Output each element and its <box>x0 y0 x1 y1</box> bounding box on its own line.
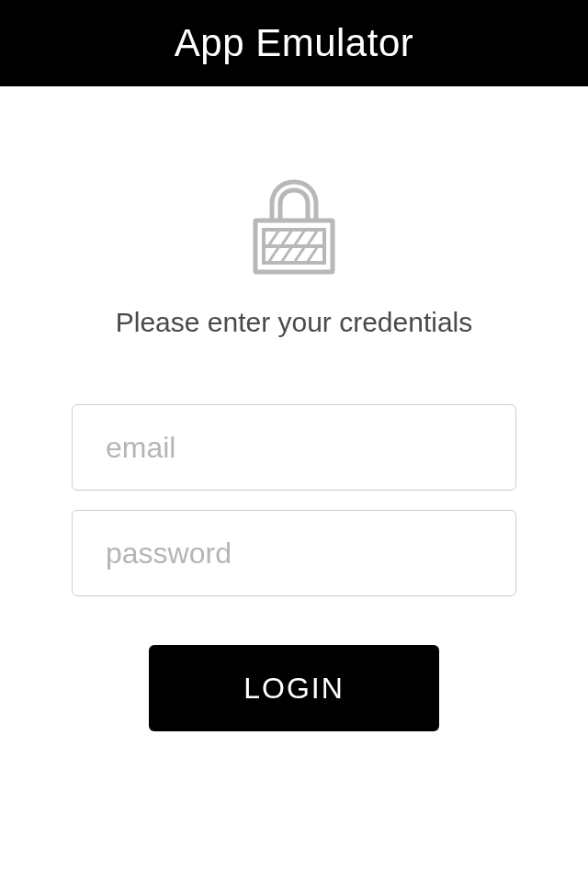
login-content: Please enter your credentials LOGIN <box>0 86 588 731</box>
email-field[interactable] <box>72 404 516 491</box>
password-field[interactable] <box>72 510 516 596</box>
lock-icon <box>252 178 336 279</box>
login-button[interactable]: LOGIN <box>149 645 439 731</box>
login-form: LOGIN <box>0 404 588 731</box>
app-header: App Emulator <box>0 0 588 86</box>
instruction-text: Please enter your credentials <box>116 307 473 338</box>
app-title: App Emulator <box>175 21 413 65</box>
